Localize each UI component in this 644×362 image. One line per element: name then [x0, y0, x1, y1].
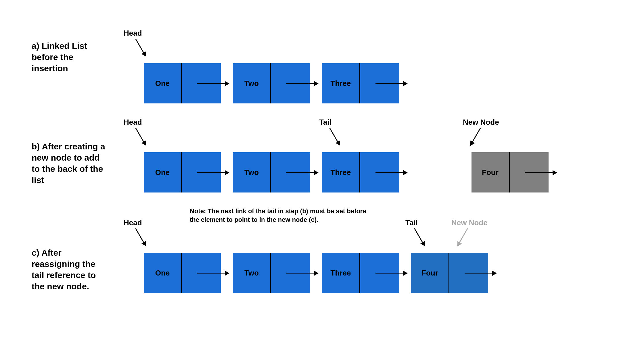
node-three-c-ptr: [359, 253, 399, 293]
row-b-description: b) After creating a new node to add to t…: [32, 118, 118, 186]
node-two-c-ptr: [270, 253, 310, 293]
node-two-b: Two: [233, 152, 310, 192]
label-tail-b: Tail: [319, 118, 331, 127]
row-c: c) After reassigning the tail reference …: [32, 210, 615, 302]
label-head-c: Head: [124, 218, 142, 227]
node-two-data: Two: [233, 63, 270, 103]
arrow-four-null-c: [465, 273, 496, 274]
node-two-ptr: [270, 63, 310, 103]
node-three-data: Three: [322, 63, 359, 103]
arrow-head: [135, 38, 146, 56]
node-three-c-data: Three: [322, 253, 359, 293]
node-four-c-ptr: [448, 253, 488, 293]
diagram-canvas: a) Linked List before the insertion Head…: [0, 0, 644, 362]
node-one-b-data: One: [144, 152, 181, 192]
label-tail-c: Tail: [405, 218, 418, 227]
note-text: Note: The next link of the tail in step …: [190, 207, 374, 224]
row-a-diagram: Head One Two Three: [118, 32, 615, 106]
node-three-b-data: Three: [322, 152, 359, 192]
node-one-b: One: [144, 152, 221, 192]
arrow-four-null-b: [525, 172, 557, 173]
node-one-c-ptr: [181, 253, 221, 293]
row-a-description: a) Linked List before the insertion: [32, 32, 118, 74]
node-two-b-ptr: [270, 152, 310, 192]
row-a: a) Linked List before the insertion Head…: [32, 32, 615, 106]
row-c-description: c) After reassigning the tail reference …: [32, 210, 118, 292]
node-one-b-ptr: [181, 152, 221, 192]
node-one-ptr: [181, 63, 221, 103]
arrow-newnode-b: [470, 128, 481, 145]
node-four-b-ptr: [509, 152, 549, 192]
node-two-c: Two: [233, 253, 310, 293]
node-three-b-ptr: [359, 152, 399, 192]
node-four-b-data: Four: [471, 152, 509, 192]
label-head-b: Head: [124, 118, 142, 127]
node-four-c-data: Four: [411, 253, 448, 293]
node-two-b-data: Two: [233, 152, 270, 192]
arrow-head-c: [135, 228, 146, 246]
row-c-diagram: Note: The next link of the tail in step …: [118, 210, 615, 302]
row-b-diagram: Head Tail New Node One Two Three Four: [118, 118, 615, 198]
arrow-head-b: [135, 128, 146, 145]
arrow-tail-c: [414, 228, 425, 246]
arrow-two-three-c: [286, 273, 318, 274]
node-three-ptr: [359, 63, 399, 103]
arrow-one-two-b: [197, 172, 229, 173]
node-one-c-data: One: [144, 253, 181, 293]
node-three-c: Three: [322, 253, 399, 293]
row-b: b) After creating a new node to add to t…: [32, 118, 615, 198]
node-one: One: [144, 63, 221, 103]
arrow-three-four-c: [375, 273, 407, 274]
label-newnode-b: New Node: [463, 118, 499, 127]
node-one-data: One: [144, 63, 181, 103]
arrow-three-null: [375, 83, 407, 84]
arrow-tail-b: [329, 128, 340, 145]
label-newnode-c: New Node: [451, 218, 488, 227]
node-four-b: Four: [471, 152, 549, 192]
arrow-one-two: [197, 83, 229, 84]
arrow-two-three-b: [286, 172, 318, 173]
node-two: Two: [233, 63, 310, 103]
arrow-one-two-c: [197, 273, 229, 274]
node-two-c-data: Two: [233, 253, 270, 293]
arrow-two-three: [286, 83, 318, 84]
arrow-newnode-c: [457, 228, 468, 246]
node-one-c: One: [144, 253, 221, 293]
node-three-b: Three: [322, 152, 399, 192]
node-four-c: Four: [411, 253, 488, 293]
arrow-three-null-b: [375, 172, 407, 173]
label-head: Head: [124, 29, 142, 38]
node-three: Three: [322, 63, 399, 103]
